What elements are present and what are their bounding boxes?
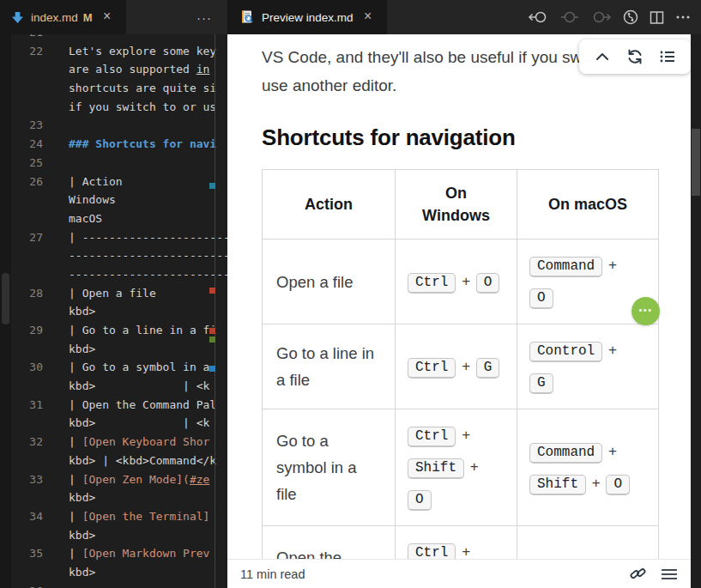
code-row[interactable]: 23 — [11, 116, 227, 135]
line-number: 31 — [11, 396, 43, 415]
navigate-back-icon[interactable] — [528, 10, 548, 24]
kbd-key: O — [529, 288, 553, 309]
section-heading: Shortcuts for navigation — [262, 124, 691, 151]
code-row[interactable]: kbd> — [11, 302, 227, 321]
code-token: [Open the Terminal] — [82, 510, 210, 523]
code-row[interactable]: 35| [Open Markdown Prev — [11, 544, 227, 563]
code-text: kbd> | <k — [43, 377, 209, 396]
code-row[interactable]: kbd> — [11, 340, 227, 359]
tab-index-md[interactable]: index.md M × — [0, 0, 126, 34]
code-row[interactable]: kbd> — [11, 526, 227, 545]
menu-hamburger-icon[interactable] — [661, 567, 678, 581]
ruler-marker — [209, 336, 215, 342]
line-number: 24 — [11, 135, 43, 154]
kbd-key: Command — [529, 257, 602, 277]
split-editor-icon[interactable] — [650, 10, 664, 25]
code-text: | ------------------------ — [43, 228, 227, 247]
code-row[interactable]: Windows — [11, 191, 227, 209]
editor-code[interactable]: 21-22Let's explore some keyare also supp… — [11, 34, 227, 588]
code-row[interactable]: 22Let's explore some key — [11, 42, 227, 61]
floating-more-options-button[interactable]: ••• — [632, 297, 660, 325]
code-token: | — [69, 547, 82, 560]
code-row[interactable]: 32| [Open Keyboard Shor — [11, 433, 227, 452]
code-row[interactable]: 34| [Open the Terminal] — [11, 507, 227, 526]
code-row[interactable]: shortcuts are quite si — [11, 79, 227, 98]
kbd-key: Control — [529, 342, 602, 362]
code-text: -------------------------- — [43, 265, 227, 284]
code-row[interactable]: kbd> — [11, 563, 227, 582]
code-token: | Open the Command Pal — [69, 398, 216, 411]
ellipsis-dots: ••• — [638, 306, 652, 314]
code-row[interactable]: kbd> | <k — [11, 414, 227, 433]
code-row[interactable]: 33| [Open Zen Mode](#ze — [11, 470, 227, 489]
shortcut-keys-cell: Ctrl + Shift + O — [396, 409, 517, 526]
code-row[interactable]: kbd> | <k — [11, 377, 227, 396]
preview-scrollbar[interactable] — [691, 34, 701, 588]
table-row: Open a fileCtrl + OCommand + O — [263, 239, 659, 324]
line-number — [11, 563, 43, 582]
key-separator: + — [457, 427, 470, 443]
line-number: 23 — [11, 116, 43, 135]
editor-left-scrollbar[interactable] — [0, 34, 11, 588]
close-tab-icon[interactable]: × — [100, 9, 115, 25]
line-number: 29 — [11, 321, 43, 340]
link-icon[interactable] — [629, 565, 647, 583]
code-text: Let's explore some key — [43, 42, 216, 61]
code-token: if you switch to or us — [69, 100, 216, 113]
refresh-icon[interactable] — [625, 47, 644, 66]
code-text: are also supported in — [43, 60, 209, 79]
code-row[interactable]: 27| ------------------------ — [11, 228, 227, 247]
code-row[interactable]: 29| Go to a line in a fi — [11, 321, 227, 340]
line-number — [11, 414, 43, 433]
code-row[interactable]: 31| Open the Command Pal — [11, 396, 227, 415]
code-text: Windows — [43, 191, 116, 209]
code-row[interactable]: 26| Action — [11, 173, 227, 191]
overview-ruler — [215, 34, 215, 588]
code-row[interactable]: kbd> — [11, 488, 227, 507]
code-text: | [Open the Terminal] — [43, 507, 209, 526]
code-row[interactable]: 24### Shortcuts for navi — [11, 135, 227, 154]
preview-footer-bar: 11 min read — [227, 559, 691, 588]
editor-group-more-actions[interactable]: ··· — [196, 10, 212, 25]
source-control-icon[interactable] — [623, 9, 638, 25]
kbd-key: Shift — [408, 458, 464, 479]
code-row[interactable]: 25 — [11, 154, 227, 173]
kbd-key: G — [476, 358, 500, 379]
code-row[interactable]: 28| Open a file — [11, 284, 227, 303]
code-token: kbd> — [69, 529, 95, 542]
code-row[interactable]: if you switch to or us — [11, 98, 227, 117]
more-actions-icon[interactable] — [675, 10, 691, 24]
table-row: Go to a line in a fileCtrl + GControl + … — [263, 324, 659, 409]
markdown-file-icon — [11, 11, 24, 24]
paragraph-line: use another editor. — [262, 71, 691, 100]
code-token: | Go to a line in a fi — [69, 324, 216, 336]
code-row[interactable]: -------------------------- — [11, 246, 227, 265]
code-row[interactable]: macOS — [11, 209, 227, 228]
code-row[interactable]: 30| Go to a symbol in a — [11, 358, 227, 377]
tab-preview-index-md[interactable]: Preview index.md × — [228, 0, 387, 34]
toc-list-icon[interactable] — [658, 47, 677, 66]
ruler-marker — [209, 288, 215, 294]
footer-icons — [629, 565, 678, 583]
change-node-icon[interactable] — [559, 10, 580, 24]
kbd-key: Ctrl — [408, 358, 456, 379]
code-row[interactable]: kbd> | <kbd>Command</k — [11, 452, 227, 470]
key-separator: + — [466, 458, 479, 475]
code-text — [43, 582, 69, 588]
kbd-key: Command — [529, 443, 602, 464]
navigate-forward-icon[interactable] — [591, 10, 612, 24]
kbd-key: Ctrl — [408, 427, 456, 447]
scrollbar-thumb[interactable] — [2, 273, 9, 324]
markdown-editor-pane[interactable]: 21-22Let's explore some keyare also supp… — [0, 34, 227, 588]
line-number: 30 — [11, 358, 43, 377]
code-row[interactable]: 21- — [11, 34, 227, 42]
action-cell: Open a file — [263, 239, 396, 324]
close-tab-icon[interactable]: × — [360, 9, 376, 25]
code-row[interactable]: 36 — [11, 582, 227, 588]
code-row[interactable]: are also supported in — [11, 60, 227, 79]
code-row[interactable]: -------------------------- — [11, 265, 227, 284]
scrollbar-thumb[interactable] — [692, 129, 700, 196]
table-row: Go to a symbol in a fileCtrl + Shift + O… — [263, 409, 659, 526]
code-token: [Open Markdown Prev — [82, 547, 210, 560]
chevron-up-icon[interactable] — [593, 47, 612, 66]
